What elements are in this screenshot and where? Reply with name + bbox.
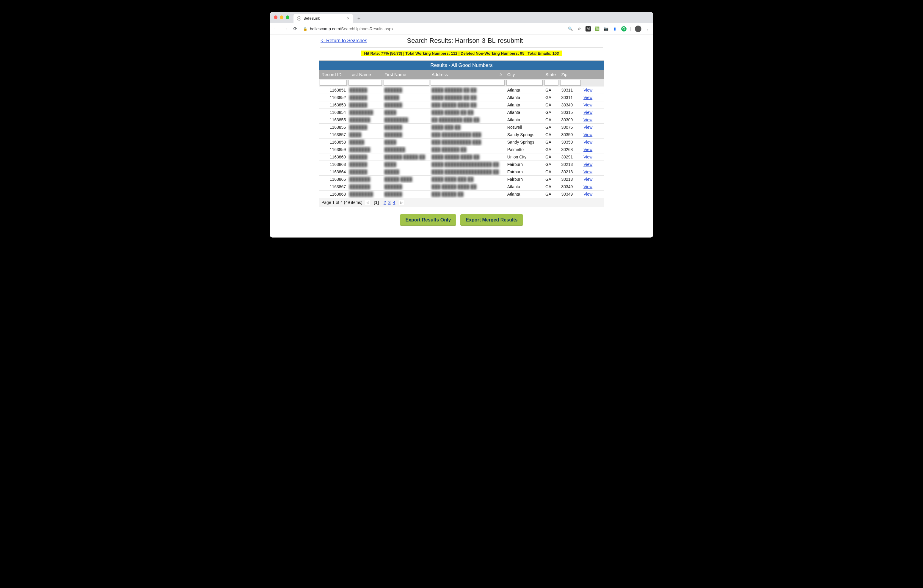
cell-last-name: ███████ xyxy=(348,183,383,191)
close-window-button[interactable] xyxy=(274,15,278,19)
cell-view: View xyxy=(581,131,604,138)
view-link[interactable]: View xyxy=(583,125,592,130)
cell-address: ███ ██████ ██ xyxy=(430,146,506,153)
cell-city: Union City xyxy=(506,153,544,161)
filter-first-name[interactable] xyxy=(384,80,429,85)
col-city[interactable]: City xyxy=(506,70,544,79)
filter-state[interactable] xyxy=(544,80,558,85)
col-zip[interactable]: Zip xyxy=(559,70,581,79)
cell-address: ███ █████ ████ ██ xyxy=(430,183,506,191)
view-link[interactable]: View xyxy=(583,140,592,145)
view-link[interactable]: View xyxy=(583,103,592,107)
export-merged-results-button[interactable]: Export Merged Results xyxy=(460,214,523,226)
table-row: 1163868█████████████████ █████ ██Atlanta… xyxy=(319,191,604,198)
cell-address: ███ ██████████ ███ xyxy=(430,131,506,138)
results-table: Record ID Last Name First Name Address△ … xyxy=(319,70,604,198)
extension-camera-icon[interactable]: 📷 xyxy=(603,26,609,31)
view-link[interactable]: View xyxy=(583,117,592,122)
col-state[interactable]: State xyxy=(544,70,559,79)
pager-current-page: [1] xyxy=(373,200,380,205)
reload-button[interactable]: ⟳ xyxy=(292,26,298,31)
address-bar[interactable]: 🔒 bellescamp.com/SearchUploadsResults.as… xyxy=(301,26,565,31)
cell-address: ██ ████████ ███ ██ xyxy=(430,116,506,124)
cell-zip: 30349 xyxy=(559,191,581,198)
forward-button[interactable]: → xyxy=(282,26,289,31)
pager-page-link[interactable]: 2 xyxy=(383,200,387,205)
extension-translate-icon[interactable]: 🈯 xyxy=(595,26,600,31)
page-content: <- Return to Searches Search Results: Ha… xyxy=(270,34,653,238)
view-link[interactable]: View xyxy=(583,192,592,197)
divider xyxy=(320,47,603,48)
view-link[interactable]: View xyxy=(583,169,592,174)
pager-next-button[interactable]: ▷ xyxy=(399,200,404,205)
pager-page-link[interactable]: 4 xyxy=(392,200,396,205)
pager-prev-button[interactable]: ◁ xyxy=(365,200,370,205)
extension-flag-icon[interactable]: ▮ xyxy=(612,26,618,31)
cell-city: Sandy Springs xyxy=(506,131,544,138)
col-address[interactable]: Address△ xyxy=(430,70,506,79)
filter-zip[interactable] xyxy=(560,80,581,85)
cell-view: View xyxy=(581,109,604,116)
cell-last-name: ██████ xyxy=(348,168,383,176)
view-link[interactable]: View xyxy=(583,154,592,159)
minimize-window-button[interactable] xyxy=(280,15,283,19)
cell-view: View xyxy=(581,153,604,161)
cell-city: Atlanta xyxy=(506,109,544,116)
extension-m-icon[interactable]: M xyxy=(585,26,591,31)
cell-view: View xyxy=(581,161,604,168)
view-link[interactable]: View xyxy=(583,177,592,182)
cell-city: Atlanta xyxy=(506,116,544,124)
extension-grammarly-icon[interactable]: G xyxy=(621,26,627,31)
view-link[interactable]: View xyxy=(583,95,592,100)
cell-record-id: 1163858 xyxy=(319,138,348,146)
cell-last-name: ██████ xyxy=(348,124,383,131)
cell-address: ████ ██████ ██ ██ xyxy=(430,94,506,101)
view-link[interactable]: View xyxy=(583,132,592,137)
filter-last-name[interactable] xyxy=(348,80,382,85)
return-to-searches-link[interactable]: <- Return to Searches xyxy=(320,38,367,43)
view-link[interactable]: View xyxy=(583,88,592,92)
cell-record-id: 1163851 xyxy=(319,87,348,94)
cell-last-name: ██████ xyxy=(348,153,383,161)
maximize-window-button[interactable] xyxy=(286,15,289,19)
view-link[interactable]: View xyxy=(583,162,592,167)
col-first-name[interactable]: First Name xyxy=(383,70,430,79)
filter-record-id[interactable] xyxy=(320,80,347,85)
cell-record-id: 1163868 xyxy=(319,191,348,198)
col-last-name[interactable]: Last Name xyxy=(348,70,383,79)
filter-city[interactable] xyxy=(506,80,543,85)
table-row: 1163853███████████████ █████ ████ ██Atla… xyxy=(319,101,604,109)
cell-last-name: ███████ xyxy=(348,116,383,124)
profile-avatar[interactable] xyxy=(635,26,641,32)
cell-first-name: ██████ xyxy=(383,124,430,131)
cell-first-name: ███████ xyxy=(383,146,430,153)
export-results-only-button[interactable]: Export Results Only xyxy=(400,214,456,226)
cell-record-id: 1163866 xyxy=(319,176,348,183)
view-link[interactable]: View xyxy=(583,110,592,115)
url-host: bellescamp.com xyxy=(310,26,340,31)
tab-close-icon[interactable]: × xyxy=(347,16,350,21)
col-record-id[interactable]: Record ID xyxy=(319,70,348,79)
bookmark-star-icon[interactable]: ☆ xyxy=(576,26,582,31)
pager-page-link[interactable]: 3 xyxy=(387,200,392,205)
cell-address: ███ ██████████ ███ xyxy=(430,138,506,146)
filter-address[interactable] xyxy=(431,80,504,85)
cell-city: Fairburn xyxy=(506,176,544,183)
view-link[interactable]: View xyxy=(583,184,592,189)
cell-city: Sandy Springs xyxy=(506,138,544,146)
browser-menu-icon[interactable]: ⋮ xyxy=(645,26,650,32)
cell-record-id: 1163867 xyxy=(319,183,348,191)
cell-first-name: ██████ xyxy=(383,101,430,109)
view-link[interactable]: View xyxy=(583,147,592,152)
new-tab-button[interactable]: + xyxy=(355,14,363,23)
cell-view: View xyxy=(581,87,604,94)
cell-last-name: ███████ xyxy=(348,146,383,153)
table-row: 1163858████████████ ██████████ ███Sandy … xyxy=(319,138,604,146)
cell-zip: 30213 xyxy=(559,168,581,176)
zoom-icon[interactable]: 🔍 xyxy=(568,26,573,31)
cell-state: GA xyxy=(544,161,559,168)
table-row: 1163859█████████████████ ██████ ██Palmet… xyxy=(319,146,604,153)
cell-address: ███ █████ ██ xyxy=(430,191,506,198)
browser-tab[interactable]: ✦ BellesLink × xyxy=(294,14,353,23)
back-button[interactable]: ← xyxy=(273,26,279,31)
